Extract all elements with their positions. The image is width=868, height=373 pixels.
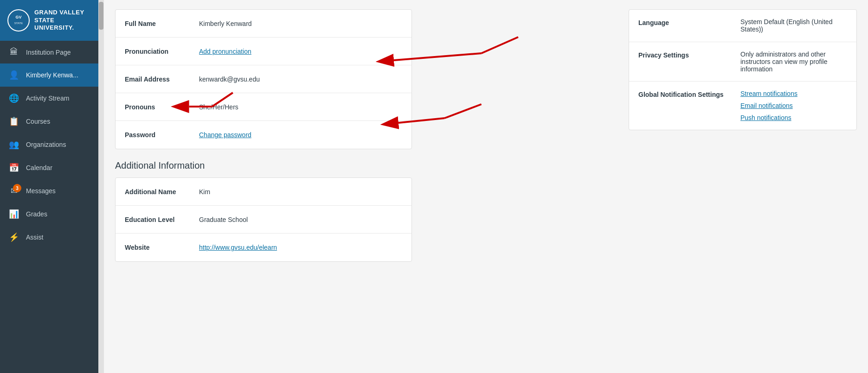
website-link[interactable]: http://www.gvsu.edu/elearn (199, 244, 277, 251)
email-value: kenwardk@gvsu.edu (199, 76, 260, 83)
additional-info-title: Additional Information (115, 160, 606, 171)
logo-text: Grand Valley State University. (34, 9, 91, 32)
full-name-label: Full Name (125, 20, 199, 27)
privacy-label: Privacy Settings (638, 51, 740, 59)
sidebar-item-label: Assist (26, 234, 43, 241)
sidebar-item-activity[interactable]: 🌐 Activity Stream (0, 87, 98, 110)
notification-links: Stream notifications Email notifications… (740, 90, 847, 121)
email-row: Email Address kenwardk@gvsu.edu (116, 65, 411, 93)
language-row: Language System Default (English (United… (629, 10, 856, 42)
website-label: Website (125, 244, 199, 251)
main-content: Full Name Kimberly Kenward Pronunciation… (104, 0, 617, 373)
sidebar-item-profile[interactable]: 👤 Kimberly Kenwa... (0, 63, 98, 87)
gvsu-logo-icon: GV STATE (7, 9, 30, 32)
sidebar-item-label: Activity Stream (26, 95, 69, 102)
additional-info-card: Additional Name Kim Education Level Grad… (115, 177, 412, 262)
sidebar-item-label: Calendar (26, 164, 52, 171)
pronouns-row: Pronouns She/Her/Hers (116, 93, 411, 121)
scrollbar-thumb[interactable] (99, 2, 103, 30)
email-notifications-link[interactable]: Email notifications (740, 102, 847, 109)
profile-icon: 👤 (8, 70, 19, 80)
right-panel: Language System Default (English (United… (617, 0, 868, 373)
sidebar-item-grades[interactable]: 📊 Grades (0, 202, 98, 226)
svg-point-0 (8, 10, 29, 31)
scrollbar-track[interactable] (98, 0, 104, 373)
activity-icon: 🌐 (8, 93, 19, 103)
pronunciation-label: Pronunciation (125, 48, 199, 55)
sidebar-item-institution[interactable]: 🏛 Institution Page (0, 41, 98, 63)
assist-icon: ⚡ (8, 232, 19, 242)
sidebar-item-label: Courses (26, 118, 50, 125)
grades-icon: 📊 (8, 209, 19, 219)
sidebar-item-label: Organizations (26, 141, 66, 148)
additional-name-value: Kim (199, 188, 210, 196)
education-level-value: Graduate School (199, 216, 248, 223)
sidebar: GV STATE Grand Valley State University. … (0, 0, 98, 373)
language-label: Language (638, 18, 740, 26)
email-label: Email Address (125, 76, 199, 83)
add-pronunciation-link[interactable]: Add pronunciation (199, 48, 251, 55)
content-wrapper: Full Name Kimberly Kenward Pronunciation… (104, 0, 868, 373)
additional-name-label: Additional Name (125, 188, 199, 196)
sidebar-item-label: Institution Page (26, 49, 71, 56)
sidebar-item-messages[interactable]: ✉ 3 Messages (0, 179, 98, 202)
notification-row: Global Notification Settings Stream noti… (629, 82, 856, 130)
settings-card: Language System Default (English (United… (629, 9, 857, 130)
stream-notifications-link[interactable]: Stream notifications (740, 90, 847, 97)
push-notifications-link[interactable]: Push notifications (740, 114, 847, 121)
sidebar-item-label: Kimberly Kenwa... (26, 71, 78, 79)
svg-text:STATE: STATE (14, 22, 23, 25)
organizations-icon: 👥 (8, 139, 19, 150)
privacy-row: Privacy Settings Only administrators and… (629, 42, 856, 82)
full-name-row: Full Name Kimberly Kenward (116, 10, 411, 38)
education-level-row: Education Level Graduate School (116, 206, 411, 234)
language-value: System Default (English (United States)) (740, 18, 847, 33)
logo[interactable]: GV STATE Grand Valley State University. (0, 0, 98, 41)
sidebar-item-assist[interactable]: ⚡ Assist (0, 226, 98, 249)
website-row: Website http://www.gvsu.edu/elearn (116, 234, 411, 261)
privacy-value: Only administrators and other instructor… (740, 51, 847, 73)
pronouns-value: She/Her/Hers (199, 103, 238, 111)
institution-icon: 🏛 (8, 47, 19, 57)
sidebar-item-calendar[interactable]: 📅 Calendar (0, 156, 98, 179)
courses-icon: 📋 (8, 116, 19, 126)
pronouns-label: Pronouns (125, 103, 199, 111)
sidebar-navigation: 🏛 Institution Page 👤 Kimberly Kenwa... 🌐… (0, 41, 98, 373)
calendar-icon: 📅 (8, 163, 19, 173)
notification-label: Global Notification Settings (638, 90, 740, 98)
pronunciation-row: Pronunciation Add pronunciation (116, 38, 411, 65)
sidebar-item-courses[interactable]: 📋 Courses (0, 110, 98, 133)
full-name-value: Kimberly Kenward (199, 20, 252, 27)
profile-card: Full Name Kimberly Kenward Pronunciation… (115, 9, 412, 149)
additional-name-row: Additional Name Kim (116, 178, 411, 206)
messages-badge: 3 (13, 184, 21, 192)
password-row: Password Change password (116, 121, 411, 149)
sidebar-item-label: Messages (26, 187, 56, 195)
sidebar-item-organizations[interactable]: 👥 Organizations (0, 133, 98, 156)
education-level-label: Education Level (125, 216, 199, 223)
sidebar-item-label: Grades (26, 210, 47, 218)
change-password-link[interactable]: Change password (199, 131, 251, 139)
svg-text:GV: GV (15, 15, 21, 19)
password-label: Password (125, 131, 199, 139)
